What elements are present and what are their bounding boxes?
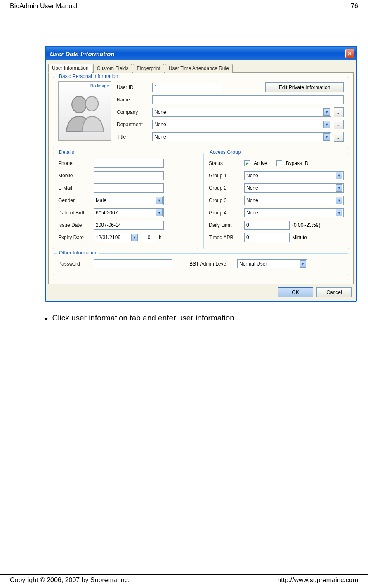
select-dob[interactable]: 6/14/2007▼ [94,208,164,217]
chevron-down-icon: ▼ [336,197,342,204]
select-company-value: None [154,109,166,115]
label-daily-hint: (0:00~23:59) [292,222,320,228]
dialog-titlebar: User Data Information ✕ [46,47,356,60]
label-department: Department [117,122,150,127]
input-password[interactable] [94,259,172,268]
select-title[interactable]: None ▼ [152,132,331,141]
photo-placeholder[interactable]: No Image [58,81,111,141]
details-fieldset: Details Phone Mobile E-Mail Gender Male▼… [53,153,198,249]
label-password: Password [58,261,91,267]
chevron-down-icon: ▼ [156,209,163,216]
input-userid[interactable] [152,83,222,92]
label-mobile: Mobile [58,173,91,179]
tab-fingerprint[interactable]: Fingerprint [133,64,164,73]
title-browse-button[interactable]: ... [334,132,344,142]
label-status: Status [209,160,242,166]
chevron-down-icon: ▼ [323,133,330,141]
department-browse-button[interactable]: ... [334,120,344,129]
select-admin-value: Normal User [239,261,267,267]
label-daily-limit: Daily Limit [209,222,242,228]
footer-url: http://www.supremainc.com [277,576,358,584]
input-phone[interactable] [94,159,164,168]
select-group1[interactable]: None▼ [244,171,344,180]
label-group1: Group 1 [209,173,242,179]
input-mobile[interactable] [94,171,164,180]
other-info-fieldset: Other Information Password BST Admin Lev… [53,253,349,275]
label-expiry: Expiry Date [58,235,91,240]
checkbox-bypass[interactable] [276,160,282,166]
select-group4-value: None [246,210,258,216]
select-expiry[interactable]: 12/31/2199▼ [94,233,139,242]
chevron-down-icon: ▼ [336,209,342,216]
label-email: E-Mail [58,185,91,191]
select-group4[interactable]: None▼ [244,208,344,217]
doc-title: BioAdmin User Manual [10,2,78,10]
label-expiry-h: h [159,235,162,240]
select-group2-value: None [246,185,258,191]
footer-copyright: Copyright © 2006, 2007 by Suprema Inc. [10,576,130,584]
label-phone: Phone [58,160,91,166]
select-group1-value: None [246,173,258,179]
svg-point-1 [85,96,98,111]
select-department-value: None [154,122,166,127]
label-timed-apb: Timed APB [209,235,242,240]
label-name: Name [117,97,150,103]
label-group4: Group 4 [209,210,242,216]
select-company[interactable]: None ▼ [152,108,331,117]
select-gender[interactable]: Male▼ [94,196,164,205]
input-issue-date[interactable] [94,221,164,230]
no-image-badge: No Image [90,84,109,88]
chevron-down-icon: ▼ [131,234,138,241]
edit-private-info-button[interactable]: Edit Private Information [265,82,344,92]
label-issue: Issue Date [58,222,91,228]
chevron-down-icon: ▼ [323,108,330,116]
label-group3: Group 3 [209,198,242,203]
basic-legend: Basic Personal Information [57,73,120,79]
select-gender-value: Male [96,198,106,203]
label-group2: Group 2 [209,185,242,191]
label-admin-level: BST Admin Leve [189,261,235,267]
label-apb-unit: Minute [292,235,307,240]
chevron-down-icon: ▼ [156,197,163,204]
select-group3-value: None [246,198,258,203]
chevron-down-icon: ▼ [300,260,306,268]
select-expiry-value: 12/31/2199 [96,235,120,240]
access-group-fieldset: Access Group Status ✔ Active Bypass ID G… [203,153,349,249]
cancel-button[interactable]: Cancel [316,287,352,297]
input-daily-limit[interactable] [244,221,290,230]
chevron-down-icon: ▼ [336,172,342,179]
basic-personal-fieldset: Basic Personal Information No Image [53,77,349,148]
label-title: Title [117,134,150,140]
input-email[interactable] [94,183,164,193]
input-timed-apb[interactable] [244,233,290,242]
label-active: Active [254,160,267,166]
input-name[interactable] [152,95,344,104]
chevron-down-icon: ▼ [336,184,342,192]
svg-point-0 [72,96,86,113]
select-dob-value: 6/14/2007 [96,210,118,216]
tab-user-information[interactable]: User Information [48,64,92,73]
close-button[interactable]: ✕ [345,49,354,58]
label-dob: Date of Birth [58,210,91,216]
label-company: Company [117,109,150,115]
company-browse-button[interactable]: ... [334,107,344,117]
tab-custom-fields[interactable]: Custom Fields [93,64,132,73]
select-group3[interactable]: None▼ [244,196,344,205]
details-legend: Details [57,149,76,155]
access-legend: Access Group [208,149,242,155]
silhouette-icon [62,88,107,134]
select-group2[interactable]: None▼ [244,183,344,193]
select-title-value: None [154,134,166,140]
select-admin-level[interactable]: Normal User▼ [237,259,307,268]
tab-strip: User Information Custom Fields Fingerpri… [48,63,354,73]
checkbox-active[interactable]: ✔ [244,160,250,166]
user-data-dialog: User Data Information ✕ User Information… [45,46,357,302]
instruction-text: Click user information tab and enter use… [52,313,236,323]
label-gender: Gender [58,198,91,203]
tab-user-time-attendance[interactable]: User Time Attendance Rule [165,64,233,73]
select-department[interactable]: None ▼ [152,120,331,129]
label-userid: User ID [117,85,150,90]
input-expiry-hours[interactable] [142,233,156,242]
ok-button[interactable]: OK [278,287,313,297]
instruction-bullet: ● Click user information tab and enter u… [0,302,368,323]
